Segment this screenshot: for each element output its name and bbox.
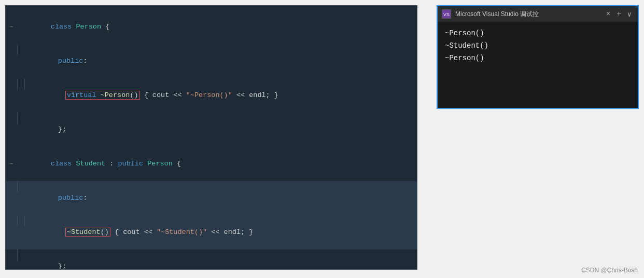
line-text: class Student : public Person { <box>17 147 413 181</box>
code-line: virtual ~Person() { cout << "~Person()" … <box>6 78 417 113</box>
output-line-3: ~Person() <box>445 52 631 64</box>
indent-bar <box>17 249 24 261</box>
code-line: public: <box>6 181 417 215</box>
output-body: ~Person() ~Student() ~Person() <box>438 22 638 70</box>
line-text: virtual ~Person() { cout << "~Person()" … <box>32 78 413 113</box>
plus-button[interactable]: + <box>614 10 623 18</box>
line-text: public: <box>24 181 413 215</box>
svg-text:VS: VS <box>443 12 450 17</box>
code-line: ~Student() { cout << "~Student()" << end… <box>6 215 417 249</box>
indent-bar <box>24 78 32 90</box>
code-line: − class Person { <box>6 10 417 44</box>
output-line-1: ~Person() <box>445 27 631 39</box>
vs-icon: VS <box>442 9 451 19</box>
indent-bar <box>17 181 24 192</box>
attribution: CSDN @Chris-Bosh <box>581 267 638 274</box>
output-titlebar: VS Microsoft Visual Studio 调试控 × + ∨ <box>438 6 638 22</box>
output-title-buttons: × + ∨ <box>604 10 634 19</box>
indent-bar <box>24 215 32 227</box>
code-line: − class Student : public Person { <box>6 147 417 181</box>
fold-icon[interactable]: − <box>10 21 17 33</box>
code-line: }; <box>6 249 417 270</box>
output-line-2: ~Student() <box>445 39 631 52</box>
fold-icon <box>10 192 17 204</box>
indent-bar <box>17 113 24 124</box>
code-line: }; <box>6 113 417 147</box>
chevron-button[interactable]: ∨ <box>625 10 634 19</box>
line-text: }; <box>24 113 413 147</box>
code-line: public: <box>6 44 417 78</box>
line-text: public: <box>24 44 413 78</box>
fold-icon[interactable]: − <box>10 158 17 170</box>
fold-icon <box>10 90 17 101</box>
code-content: − class Person { public: virtual ~Person… <box>6 6 417 270</box>
output-panel: VS Microsoft Visual Studio 调试控 × + ∨ ~Pe… <box>437 5 639 109</box>
highlighted-code: ~Student() <box>65 228 110 237</box>
indent-bar <box>17 78 24 90</box>
highlighted-code: virtual ~Person() <box>65 91 140 100</box>
fold-icon <box>10 227 17 238</box>
line-text: ~Student() { cout << "~Student()" << end… <box>32 215 413 249</box>
line-text: }; <box>24 249 413 270</box>
close-button[interactable]: × <box>604 10 612 18</box>
output-title-text: Microsoft Visual Studio 调试控 <box>455 10 600 19</box>
code-editor: − class Person { public: virtual ~Person… <box>5 5 417 270</box>
fold-icon <box>10 124 17 135</box>
indent-bar <box>17 44 24 55</box>
fold-icon <box>10 55 17 67</box>
indent-bar <box>17 215 24 227</box>
fold-icon <box>10 261 17 270</box>
line-text: class Person { <box>17 10 413 44</box>
